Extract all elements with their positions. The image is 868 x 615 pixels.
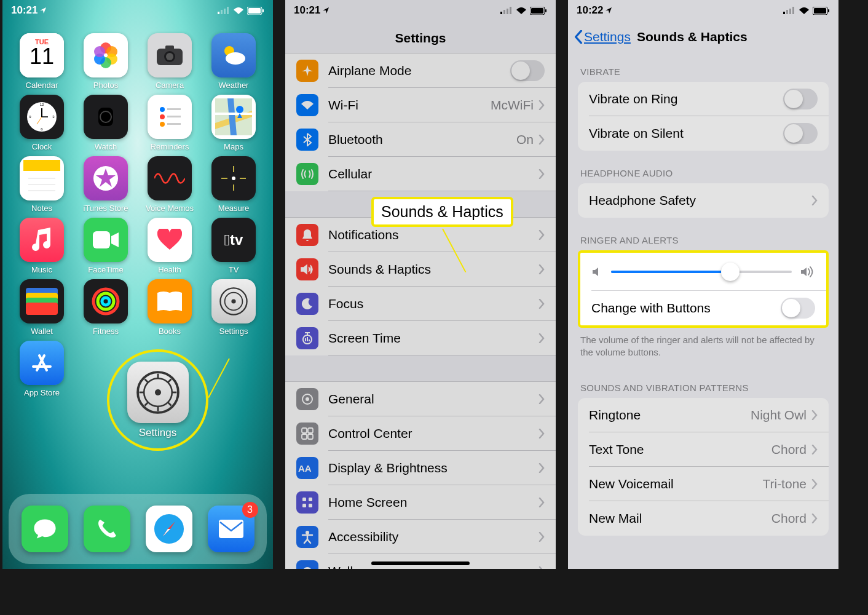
- row-focus[interactable]: Focus: [285, 287, 556, 321]
- row-ringtone[interactable]: RingtoneNight Owl: [578, 398, 829, 432]
- app-itunes-store[interactable]: iTunes Store: [77, 156, 134, 213]
- app-voice-memos[interactable]: Voice Memos: [141, 156, 198, 213]
- app-weather[interactable]: Weather: [205, 33, 262, 90]
- row-general[interactable]: General: [285, 382, 556, 416]
- app-app-store[interactable]: App Store: [14, 341, 70, 397]
- row-bluetooth[interactable]: BluetoothOn: [285, 122, 556, 157]
- toggle-switch[interactable]: [510, 60, 545, 81]
- app-settings[interactable]: Settings: [205, 279, 262, 336]
- row-label: New Voicemail: [589, 477, 762, 491]
- row-label: Notifications: [328, 228, 539, 242]
- headphone-list: Headphone Safety: [578, 183, 829, 218]
- row-icon: [296, 526, 318, 548]
- app-tv[interactable]: tvTV: [205, 218, 262, 274]
- slider-knob[interactable]: [721, 263, 740, 281]
- dock-safari[interactable]: [146, 506, 192, 552]
- app-camera[interactable]: Camera: [141, 33, 198, 90]
- row-home-screen[interactable]: Home Screen: [285, 485, 556, 520]
- cellular-icon: [783, 7, 795, 14]
- row-icon: [296, 60, 318, 82]
- dock-mail[interactable]: 3: [208, 506, 254, 552]
- app-label: Clock: [32, 142, 52, 151]
- row-text-tone[interactable]: Text ToneChord: [578, 432, 829, 467]
- row-airplane-mode[interactable]: Airplane Mode: [285, 54, 556, 88]
- row-label: Change with Buttons: [591, 301, 781, 315]
- row-accessibility[interactable]: Accessibility: [285, 520, 556, 554]
- highlight-label: Settings: [139, 427, 176, 439]
- app-notes[interactable]: Notes: [14, 156, 70, 213]
- row-label: Display & Brightness: [328, 461, 539, 475]
- row-new-mail[interactable]: New MailChord: [578, 501, 829, 536]
- wifi-icon: [516, 7, 527, 15]
- row-label: Vibrate on Ring: [589, 92, 783, 106]
- app-photos[interactable]: Photos: [77, 33, 134, 90]
- app-measure[interactable]: Measure: [205, 156, 262, 213]
- battery-icon: [247, 7, 264, 15]
- row-label: Text Tone: [589, 442, 771, 457]
- svg-rect-52: [26, 303, 58, 315]
- app-label: Maps: [224, 142, 243, 151]
- chevron-right-icon: [539, 264, 545, 274]
- svg-rect-83: [305, 338, 306, 341]
- app-icon: [84, 156, 128, 200]
- volume-slider-row[interactable]: [580, 253, 826, 291]
- row-control-center[interactable]: Control Center: [285, 416, 556, 451]
- back-button[interactable]: Settings: [574, 30, 631, 44]
- svg-rect-99: [783, 12, 785, 14]
- app-label: iTunes Store: [83, 204, 128, 213]
- row-value: McWiFi: [491, 98, 534, 113]
- row-screen-time[interactable]: Screen Time: [285, 321, 556, 355]
- row-wi-fi[interactable]: Wi-FiMcWiFi: [285, 88, 556, 122]
- app-label: TV: [229, 265, 239, 274]
- toggle-switch[interactable]: [783, 123, 818, 144]
- battery-icon: [530, 7, 547, 15]
- home-indicator[interactable]: [371, 561, 470, 565]
- app-grid: TUE11CalendarPhotosCameraWeather12369Clo…: [2, 21, 273, 397]
- wifi-icon: [799, 7, 810, 15]
- chevron-right-icon: [539, 463, 545, 473]
- status-time: 10:21: [294, 4, 320, 17]
- app-label: Camera: [156, 81, 184, 90]
- app-icon: [84, 33, 128, 77]
- row-cellular[interactable]: Cellular: [285, 157, 556, 191]
- svg-rect-79: [510, 7, 511, 14]
- app-clock[interactable]: 12369Clock: [14, 95, 70, 151]
- dock-phone[interactable]: [84, 506, 130, 552]
- app-maps[interactable]: Maps: [205, 95, 262, 151]
- row-change-with-buttons[interactable]: Change with Buttons: [580, 291, 826, 325]
- chevron-left-icon: [574, 30, 583, 44]
- row-vibrate-on-silent[interactable]: Vibrate on Silent: [578, 116, 829, 151]
- svg-rect-88: [302, 428, 307, 433]
- status-icons: [500, 7, 547, 15]
- app-watch[interactable]: Watch: [77, 95, 134, 151]
- row-headphone-safety[interactable]: Headphone Safety: [578, 183, 829, 218]
- chevron-right-icon: [539, 230, 545, 240]
- chevron-right-icon: [539, 299, 545, 309]
- svg-point-36: [236, 106, 243, 113]
- dock-messages[interactable]: [22, 506, 68, 552]
- svg-point-97: [306, 531, 309, 534]
- toggle-switch[interactable]: [783, 89, 818, 109]
- app-fitness[interactable]: Fitness: [77, 279, 134, 336]
- app-health[interactable]: Health: [141, 218, 198, 274]
- row-vibrate-on-ring[interactable]: Vibrate on Ring: [578, 82, 829, 116]
- app-label: FaceTime: [88, 265, 123, 274]
- row-display-brightness[interactable]: AADisplay & Brightness: [285, 451, 556, 485]
- app-label: Settings: [219, 327, 248, 336]
- row-new-voicemail[interactable]: New VoicemailTri-tone: [578, 467, 829, 501]
- app-facetime[interactable]: FaceTime: [77, 218, 134, 274]
- app-music[interactable]: Music: [14, 218, 70, 274]
- svg-rect-76: [500, 12, 502, 14]
- app-label: Reminders: [151, 142, 189, 151]
- toggle-switch[interactable]: [781, 298, 815, 319]
- chevron-right-icon: [539, 135, 545, 145]
- row-sounds-haptics[interactable]: Sounds & Haptics: [285, 252, 556, 287]
- svg-text:AA: AA: [298, 463, 312, 474]
- slider-track[interactable]: [611, 271, 792, 273]
- app-reminders[interactable]: Reminders: [141, 95, 198, 151]
- app-wallet[interactable]: Wallet: [14, 279, 70, 336]
- chevron-right-icon: [811, 445, 818, 454]
- svg-point-98: [303, 567, 312, 569]
- app-books[interactable]: Books: [141, 279, 198, 336]
- app-calendar[interactable]: TUE11Calendar: [14, 33, 70, 90]
